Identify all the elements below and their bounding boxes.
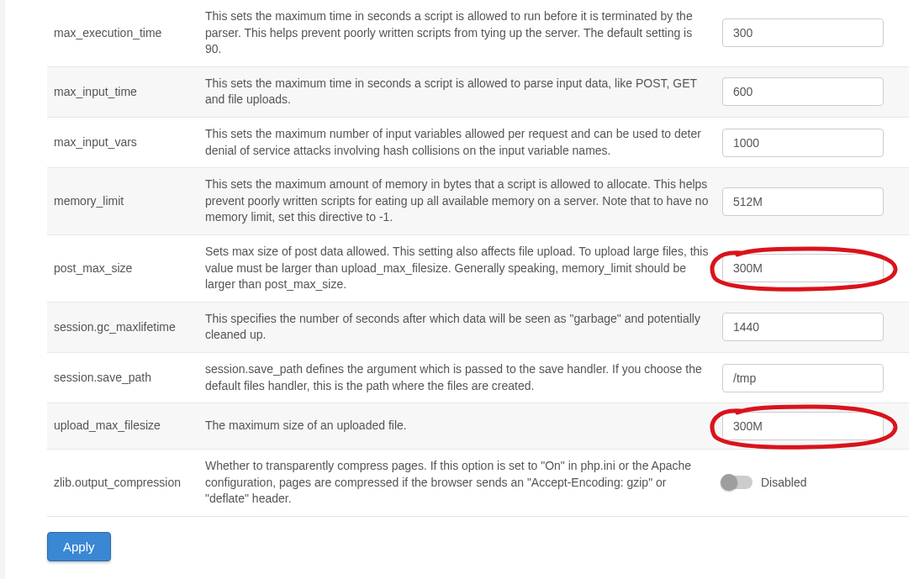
setting-value-input[interactable] (722, 364, 884, 392)
setting-name: max_execution_time (47, 0, 198, 66)
setting-description: This sets the maximum time in seconds a … (198, 66, 715, 117)
settings-table: max_execution_timeThis sets the maximum … (47, 0, 909, 517)
setting-description: session.save_path defines the argument w… (198, 352, 715, 403)
setting-name: session.save_path (47, 352, 198, 403)
setting-name: memory_limit (47, 168, 198, 235)
table-row: zlib.output_compressionWhether to transp… (47, 450, 909, 517)
table-row: max_input_varsThis sets the maximum numb… (47, 117, 909, 167)
table-row: max_execution_timeThis sets the maximum … (47, 0, 909, 66)
table-row: session.save_pathsession.save_path defin… (47, 352, 909, 403)
setting-description: Sets max size of post data allowed. This… (198, 234, 715, 302)
setting-value-cell (715, 234, 909, 302)
table-row: memory_limitThis sets the maximum amount… (47, 168, 909, 235)
setting-value-input[interactable] (722, 129, 884, 157)
setting-value-cell (715, 117, 909, 167)
setting-value-input[interactable] (722, 187, 884, 216)
setting-value-input[interactable] (722, 412, 884, 440)
setting-value-cell (715, 302, 909, 352)
setting-description: The maximum size of an uploaded file. (198, 403, 715, 450)
setting-name: session.gc_maxlifetime (47, 302, 198, 352)
toggle-switch[interactable] (722, 476, 752, 489)
setting-description: This sets the maximum time in seconds a … (198, 0, 715, 66)
setting-value-cell (715, 403, 909, 450)
setting-value-input[interactable] (722, 77, 884, 106)
table-row: max_input_timeThis sets the maximum time… (47, 66, 909, 117)
setting-description: This sets the maximum number of input va… (198, 117, 715, 167)
setting-name: max_input_time (47, 66, 198, 117)
table-row: session.gc_maxlifetimeThis specifies the… (47, 302, 909, 352)
setting-description: This sets the maximum amount of memory i… (198, 168, 715, 235)
setting-name: max_input_vars (47, 117, 198, 167)
setting-description: Whether to transparently compress pages.… (198, 450, 715, 517)
setting-name: zlib.output_compression (47, 450, 198, 517)
php-settings-panel: max_execution_timeThis sets the maximum … (5, 0, 924, 579)
setting-value-cell (715, 168, 909, 235)
setting-value-input[interactable] (722, 254, 884, 282)
toggle-state-label: Disabled (761, 475, 806, 492)
table-row: upload_max_filesizeThe maximum size of a… (47, 403, 909, 450)
setting-value-input[interactable] (722, 18, 884, 47)
setting-name: upload_max_filesize (47, 403, 198, 450)
setting-value-cell (715, 0, 909, 66)
setting-value-input[interactable] (722, 313, 884, 341)
setting-value-cell (715, 352, 909, 403)
setting-description: This specifies the number of seconds aft… (198, 302, 715, 352)
setting-value-cell (715, 66, 909, 117)
apply-button[interactable]: Apply (47, 532, 111, 561)
setting-value-cell: Disabled (715, 450, 909, 517)
table-row: post_max_sizeSets max size of post data … (47, 234, 909, 302)
setting-name: post_max_size (47, 234, 198, 302)
